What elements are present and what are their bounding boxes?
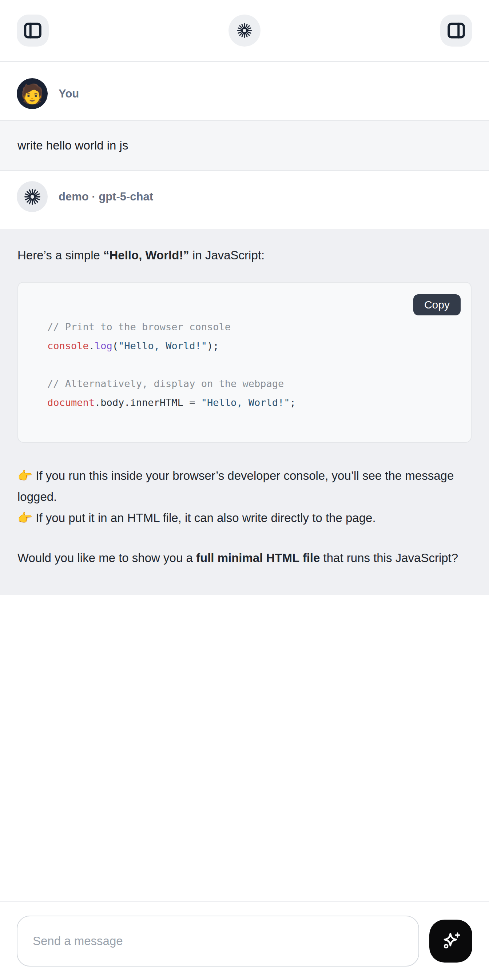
chat-scroll-area[interactable]: 🧑 You write hello world in js demo · gpt… (0, 62, 489, 901)
code-content: // Print to the browser consoleconsole.l… (47, 318, 456, 412)
right-panel-toggle-button[interactable] (440, 14, 472, 46)
chat-app: 🧑 You write hello world in js demo · gpt… (0, 0, 489, 980)
user-sender-row: 🧑 You (0, 78, 489, 109)
assistant-sender-row: demo · gpt-5-chat (0, 181, 489, 212)
assistant-sender-label: demo · gpt-5-chat (59, 190, 153, 204)
sidebar-toggle-button[interactable] (17, 14, 49, 46)
sparkle-send-button[interactable] (429, 920, 472, 963)
starburst-icon (24, 188, 41, 205)
code-block: Copy // Print to the browser consolecons… (18, 282, 471, 443)
composer-bar (0, 901, 489, 980)
user-message-text: write hello world in js (18, 138, 128, 153)
user-message-bubble: write hello world in js (0, 120, 489, 171)
intro-suffix: in JavaScript: (189, 248, 264, 262)
intro-prefix: Here’s a simple (18, 248, 104, 262)
panel-right-icon (446, 20, 467, 41)
user-avatar: 🧑 (17, 78, 48, 109)
question-bold: full minimal HTML file (196, 551, 320, 565)
assistant-intro-text: Here’s a simple “Hello, World!” in JavaS… (18, 245, 471, 266)
assistant-message-bubble: Here’s a simple “Hello, World!” in JavaS… (0, 229, 489, 595)
question-suffix: that runs this JavaScript? (320, 551, 458, 565)
assistant-avatar (17, 181, 48, 212)
assistant-question: Would you like me to show you a full min… (18, 547, 471, 569)
top-bar (0, 0, 489, 62)
starburst-icon (237, 23, 252, 38)
model-button[interactable] (228, 14, 261, 46)
question-prefix: Would you like me to show you a (18, 551, 196, 565)
copy-button[interactable]: Copy (413, 294, 460, 315)
sparkle-icon (439, 929, 463, 953)
message-input[interactable] (17, 916, 419, 967)
assistant-tips: 👉 If you run this inside your browser’s … (18, 465, 471, 528)
user-avatar-emoji: 🧑 (21, 84, 44, 103)
user-sender-label: You (59, 87, 79, 100)
empty-space (0, 595, 489, 901)
tip-line: 👉 If you put it in an HTML file, it can … (18, 508, 471, 528)
panel-left-icon (22, 20, 43, 41)
intro-bold: “Hello, World!” (104, 248, 189, 262)
tip-line: 👉 If you run this inside your browser’s … (18, 465, 471, 508)
